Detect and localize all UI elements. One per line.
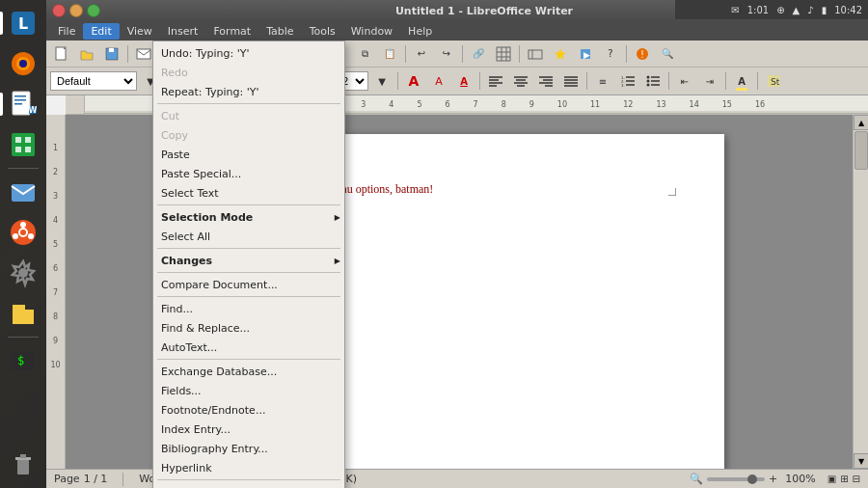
tb-basicmacro[interactable]: ▶ bbox=[574, 43, 597, 65]
dock-icon-files[interactable] bbox=[4, 294, 42, 333]
tb-align-center[interactable] bbox=[509, 70, 532, 92]
minimize-button[interactable] bbox=[69, 4, 83, 17]
tb-outdent[interactable]: ⇤ bbox=[673, 70, 696, 92]
style-selector[interactable]: Default bbox=[50, 71, 137, 91]
view-normal[interactable]: ▣ bbox=[827, 474, 836, 484]
menu-select-text[interactable]: Select Text bbox=[153, 183, 344, 203]
tb-num-list[interactable]: 1.2.3. bbox=[616, 70, 639, 92]
tb-open[interactable] bbox=[75, 43, 98, 65]
menu-help[interactable]: Help bbox=[400, 23, 440, 40]
menu-undo[interactable]: Undo: Typing: 'Y' bbox=[153, 43, 344, 63]
menu-compare[interactable]: Compare Document... bbox=[153, 275, 344, 294]
menu-window[interactable]: Window bbox=[343, 23, 400, 40]
dock-icon-settings[interactable] bbox=[4, 254, 42, 292]
find-replace-label: Find & Replace... bbox=[161, 322, 250, 335]
tb-font-color[interactable]: A bbox=[452, 70, 475, 92]
menu-bibliography[interactable]: Bibliography Entry... bbox=[153, 439, 344, 458]
menu-paste[interactable]: Paste bbox=[153, 145, 344, 164]
edit-dropdown-menu: Undo: Typing: 'Y' Redo Repeat: Typing: '… bbox=[152, 41, 345, 488]
dock-separator-2 bbox=[8, 337, 39, 338]
menu-sep-6 bbox=[157, 359, 340, 360]
menu-autotext[interactable]: AutoText... bbox=[153, 338, 344, 357]
menu-file[interactable]: File bbox=[50, 23, 83, 40]
tb-bg-color[interactable]: A bbox=[730, 70, 753, 92]
tb-sep-last bbox=[757, 72, 758, 90]
tb-redo[interactable]: ↪ bbox=[435, 43, 458, 65]
menu-links[interactable]: Links... bbox=[153, 482, 344, 488]
view-book[interactable]: ⊟ bbox=[853, 474, 860, 484]
scroll-down-btn[interactable]: ▼ bbox=[854, 453, 868, 469]
tb-misc[interactable]: ! bbox=[631, 43, 654, 65]
menu-repeat[interactable]: Repeat: Typing: 'Y' bbox=[153, 82, 344, 101]
dock-icon-terminal[interactable]: $ bbox=[4, 341, 42, 380]
tb-bullet-list[interactable] bbox=[641, 70, 665, 92]
tb-find[interactable]: 🔍 bbox=[656, 43, 679, 65]
tb-help[interactable]: ? bbox=[599, 43, 622, 65]
zoom-in-icon[interactable]: + bbox=[769, 473, 777, 485]
menu-find-replace[interactable]: Find & Replace... bbox=[153, 318, 344, 338]
window-controls bbox=[52, 4, 100, 17]
scroll-track[interactable] bbox=[854, 130, 868, 453]
menu-changes[interactable]: Changes bbox=[153, 251, 344, 270]
dock-icon-ubuntu[interactable] bbox=[4, 213, 42, 252]
dock-icon-libreoffice[interactable]: L bbox=[4, 4, 42, 42]
dock-icon-calc[interactable] bbox=[4, 125, 42, 164]
menu-sep-4 bbox=[157, 272, 340, 273]
tb-navigator[interactable] bbox=[524, 43, 547, 65]
size-dropdown-btn[interactable]: ▼ bbox=[370, 70, 393, 92]
menu-sep-2 bbox=[157, 204, 340, 205]
tb-star[interactable] bbox=[549, 43, 572, 65]
redo-label: Redo bbox=[161, 67, 188, 79]
menu-selection-mode[interactable]: Selection Mode bbox=[153, 207, 344, 227]
tray-bluetooth: ⊕ bbox=[776, 5, 784, 15]
zoom-out-icon[interactable]: 🔍 bbox=[690, 473, 703, 485]
menu-select-all[interactable]: Select All bbox=[153, 227, 344, 246]
menu-tools[interactable]: Tools bbox=[302, 23, 343, 40]
tb-table[interactable] bbox=[492, 43, 515, 65]
dock-icon-trash[interactable] bbox=[4, 446, 42, 484]
tb-new[interactable] bbox=[50, 43, 73, 65]
tb-hyperlink[interactable]: 🔗 bbox=[467, 43, 490, 65]
tb-align-justify[interactable] bbox=[559, 70, 583, 92]
dock-icon-mail[interactable] bbox=[4, 173, 42, 211]
close-button[interactable] bbox=[52, 4, 66, 17]
paste-special-label: Paste Special... bbox=[161, 168, 241, 180]
tb-sep-6 bbox=[462, 45, 463, 63]
menu-hyperlink[interactable]: Hyperlink bbox=[153, 458, 344, 477]
menu-edit[interactable]: Edit bbox=[83, 23, 119, 40]
menu-index-entry[interactable]: Index Entry... bbox=[153, 420, 344, 439]
zoom-thumb[interactable] bbox=[747, 474, 757, 484]
tb-align-left[interactable] bbox=[484, 70, 507, 92]
view-web[interactable]: ⊞ bbox=[840, 474, 848, 484]
status-page-label: Page bbox=[54, 473, 80, 485]
tb-undo[interactable]: ↩ bbox=[410, 43, 433, 65]
tb-copy[interactable]: ⧉ bbox=[353, 43, 376, 65]
tb-align-right[interactable] bbox=[534, 70, 557, 92]
scroll-thumb[interactable] bbox=[854, 131, 868, 170]
svg-point-20 bbox=[28, 233, 34, 239]
tb-line-spacing[interactable]: ≡ bbox=[591, 70, 614, 92]
dock-icon-firefox[interactable] bbox=[4, 44, 42, 83]
tb-save[interactable] bbox=[100, 43, 123, 65]
zoom-slider[interactable] bbox=[707, 477, 765, 481]
menu-footnote[interactable]: Footnote/Endnote... bbox=[153, 400, 344, 420]
tb-decrease-font[interactable]: A bbox=[427, 70, 450, 92]
menu-find[interactable]: Find... bbox=[153, 299, 344, 318]
tb-indent[interactable]: ⇥ bbox=[698, 70, 721, 92]
tb-styles[interactable]: St bbox=[762, 70, 785, 92]
menu-view[interactable]: View bbox=[120, 23, 160, 40]
menu-paste-special[interactable]: Paste Special... bbox=[153, 164, 344, 183]
scroll-up-btn[interactable]: ▲ bbox=[854, 115, 868, 130]
desktop: L W $ bbox=[0, 0, 868, 488]
menu-exchange-db[interactable]: Exchange Database... bbox=[153, 362, 344, 381]
menu-format[interactable]: Format bbox=[205, 23, 258, 40]
menu-insert[interactable]: Insert bbox=[160, 23, 206, 40]
menu-fields[interactable]: Fields... bbox=[153, 381, 344, 400]
dock-icon-writer[interactable]: W bbox=[4, 85, 42, 123]
select-text-label: Select Text bbox=[161, 187, 219, 200]
tb-paste[interactable]: 📋 bbox=[378, 43, 401, 65]
copy-label: Copy bbox=[161, 129, 188, 142]
menu-table[interactable]: Table bbox=[258, 23, 301, 40]
tb-increase-font[interactable]: A bbox=[402, 70, 425, 92]
maximize-button[interactable] bbox=[87, 4, 100, 17]
